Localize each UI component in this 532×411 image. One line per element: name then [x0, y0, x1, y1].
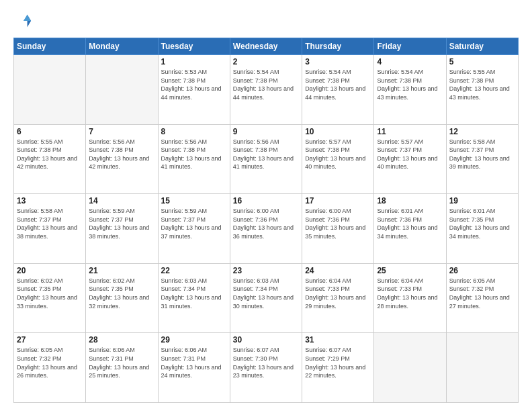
day-info: Sunrise: 6:05 AMSunset: 7:32 PMDaylight:…: [449, 277, 515, 310]
day-number: 21: [89, 266, 154, 275]
week-row-4: 20Sunrise: 6:02 AMSunset: 7:35 PMDayligh…: [14, 263, 519, 333]
page: SundayMondayTuesdayWednesdayThursdayFrid…: [0, 0, 532, 411]
calendar-cell: 5Sunrise: 5:55 AMSunset: 7:38 PMDaylight…: [446, 55, 518, 125]
day-info: Sunrise: 6:07 AMSunset: 7:29 PMDaylight:…: [305, 346, 371, 379]
day-info: Sunrise: 5:54 AMSunset: 7:38 PMDaylight:…: [233, 68, 299, 101]
logo: [13, 12, 35, 31]
calendar-cell: 30Sunrise: 6:07 AMSunset: 7:30 PMDayligh…: [230, 333, 302, 403]
weekday-header-friday: Friday: [374, 38, 446, 55]
day-info: Sunrise: 6:04 AMSunset: 7:33 PMDaylight:…: [377, 277, 443, 310]
day-info: Sunrise: 5:55 AMSunset: 7:38 PMDaylight:…: [17, 138, 83, 171]
calendar-cell: 24Sunrise: 6:04 AMSunset: 7:33 PMDayligh…: [302, 263, 374, 333]
calendar-cell: 8Sunrise: 5:56 AMSunset: 7:38 PMDaylight…: [158, 124, 230, 194]
day-info: Sunrise: 6:05 AMSunset: 7:32 PMDaylight:…: [17, 346, 83, 379]
calendar-cell: [446, 333, 518, 403]
calendar-cell: 7Sunrise: 5:56 AMSunset: 7:38 PMDaylight…: [86, 124, 158, 194]
day-number: 14: [89, 196, 154, 205]
day-number: 5: [449, 57, 515, 66]
day-info: Sunrise: 6:06 AMSunset: 7:31 PMDaylight:…: [89, 346, 154, 379]
calendar-cell: 25Sunrise: 6:04 AMSunset: 7:33 PMDayligh…: [374, 263, 446, 333]
day-info: Sunrise: 5:56 AMSunset: 7:38 PMDaylight:…: [161, 138, 227, 171]
day-info: Sunrise: 6:03 AMSunset: 7:34 PMDaylight:…: [233, 277, 299, 310]
day-number: 20: [17, 266, 83, 275]
day-info: Sunrise: 6:07 AMSunset: 7:30 PMDaylight:…: [233, 346, 299, 379]
calendar-cell: 17Sunrise: 6:00 AMSunset: 7:36 PMDayligh…: [302, 194, 374, 264]
day-number: 26: [449, 266, 515, 275]
day-number: 12: [449, 127, 515, 136]
day-number: 9: [233, 127, 299, 136]
day-info: Sunrise: 5:54 AMSunset: 7:38 PMDaylight:…: [305, 68, 371, 101]
calendar-cell: 4Sunrise: 5:54 AMSunset: 7:38 PMDaylight…: [374, 55, 446, 125]
calendar-cell: 11Sunrise: 5:57 AMSunset: 7:37 PMDayligh…: [374, 124, 446, 194]
day-number: 10: [305, 127, 371, 136]
day-info: Sunrise: 6:00 AMSunset: 7:36 PMDaylight:…: [233, 207, 299, 240]
weekday-header-row: SundayMondayTuesdayWednesdayThursdayFrid…: [14, 38, 519, 55]
week-row-1: 1Sunrise: 5:53 AMSunset: 7:38 PMDaylight…: [14, 55, 519, 125]
calendar-cell: 13Sunrise: 5:58 AMSunset: 7:37 PMDayligh…: [14, 194, 86, 264]
day-info: Sunrise: 5:55 AMSunset: 7:38 PMDaylight:…: [449, 68, 515, 101]
week-row-5: 27Sunrise: 6:05 AMSunset: 7:32 PMDayligh…: [14, 333, 519, 403]
day-info: Sunrise: 5:59 AMSunset: 7:37 PMDaylight:…: [89, 207, 154, 240]
calendar-cell: 16Sunrise: 6:00 AMSunset: 7:36 PMDayligh…: [230, 194, 302, 264]
day-number: 4: [377, 57, 443, 66]
calendar-cell: 15Sunrise: 5:59 AMSunset: 7:37 PMDayligh…: [158, 194, 230, 264]
day-info: Sunrise: 5:53 AMSunset: 7:38 PMDaylight:…: [161, 68, 227, 101]
calendar-cell: 12Sunrise: 5:58 AMSunset: 7:37 PMDayligh…: [446, 124, 518, 194]
calendar-cell: 31Sunrise: 6:07 AMSunset: 7:29 PMDayligh…: [302, 333, 374, 403]
day-number: 30: [233, 335, 299, 345]
day-number: 19: [449, 196, 515, 205]
calendar-cell: 21Sunrise: 6:02 AMSunset: 7:35 PMDayligh…: [86, 263, 158, 333]
calendar-cell: 3Sunrise: 5:54 AMSunset: 7:38 PMDaylight…: [302, 55, 374, 125]
day-info: Sunrise: 6:03 AMSunset: 7:34 PMDaylight:…: [161, 277, 227, 310]
calendar-cell: 27Sunrise: 6:05 AMSunset: 7:32 PMDayligh…: [14, 333, 86, 403]
calendar-cell: 9Sunrise: 5:56 AMSunset: 7:38 PMDaylight…: [230, 124, 302, 194]
day-info: Sunrise: 5:56 AMSunset: 7:38 PMDaylight:…: [89, 138, 154, 171]
day-number: 23: [233, 266, 299, 275]
day-number: 18: [377, 196, 443, 205]
day-number: 22: [161, 266, 227, 275]
day-info: Sunrise: 6:01 AMSunset: 7:35 PMDaylight:…: [449, 207, 515, 240]
weekday-header-monday: Monday: [86, 38, 158, 55]
weekday-header-tuesday: Tuesday: [158, 38, 230, 55]
day-number: 25: [377, 266, 443, 275]
weekday-header-saturday: Saturday: [446, 38, 518, 55]
calendar-cell: 18Sunrise: 6:01 AMSunset: 7:36 PMDayligh…: [374, 194, 446, 264]
day-info: Sunrise: 6:06 AMSunset: 7:31 PMDaylight:…: [161, 346, 227, 379]
calendar-cell: [374, 333, 446, 403]
svg-marker-1: [24, 15, 31, 21]
calendar-cell: 14Sunrise: 5:59 AMSunset: 7:37 PMDayligh…: [86, 194, 158, 264]
day-number: 3: [305, 57, 371, 66]
day-number: 7: [89, 127, 154, 136]
calendar-table: SundayMondayTuesdayWednesdayThursdayFrid…: [13, 38, 519, 403]
weekday-header-sunday: Sunday: [14, 38, 86, 55]
calendar-cell: 22Sunrise: 6:03 AMSunset: 7:34 PMDayligh…: [158, 263, 230, 333]
day-number: 15: [161, 196, 227, 205]
day-number: 1: [161, 57, 227, 66]
day-info: Sunrise: 5:58 AMSunset: 7:37 PMDaylight:…: [17, 207, 83, 240]
calendar-cell: 29Sunrise: 6:06 AMSunset: 7:31 PMDayligh…: [158, 333, 230, 403]
day-number: 27: [17, 335, 83, 345]
calendar-cell: 10Sunrise: 5:57 AMSunset: 7:38 PMDayligh…: [302, 124, 374, 194]
day-info: Sunrise: 6:04 AMSunset: 7:33 PMDaylight:…: [305, 277, 371, 310]
day-number: 8: [161, 127, 227, 136]
day-number: 17: [305, 196, 371, 205]
calendar-cell: 28Sunrise: 6:06 AMSunset: 7:31 PMDayligh…: [86, 333, 158, 403]
day-info: Sunrise: 5:59 AMSunset: 7:37 PMDaylight:…: [161, 207, 227, 240]
day-info: Sunrise: 5:54 AMSunset: 7:38 PMDaylight:…: [377, 68, 443, 101]
day-info: Sunrise: 6:02 AMSunset: 7:35 PMDaylight:…: [17, 277, 83, 310]
calendar-cell: 6Sunrise: 5:55 AMSunset: 7:38 PMDaylight…: [14, 124, 86, 194]
day-number: 11: [377, 127, 443, 136]
day-number: 2: [233, 57, 299, 66]
day-info: Sunrise: 5:57 AMSunset: 7:37 PMDaylight:…: [377, 138, 443, 171]
logo-icon: [13, 12, 32, 31]
calendar-cell: [86, 55, 158, 125]
calendar-cell: 1Sunrise: 5:53 AMSunset: 7:38 PMDaylight…: [158, 55, 230, 125]
day-info: Sunrise: 6:00 AMSunset: 7:36 PMDaylight:…: [305, 207, 371, 240]
weekday-header-wednesday: Wednesday: [230, 38, 302, 55]
day-info: Sunrise: 5:56 AMSunset: 7:38 PMDaylight:…: [233, 138, 299, 171]
day-number: 6: [17, 127, 83, 136]
header: [13, 12, 519, 31]
calendar-cell: 23Sunrise: 6:03 AMSunset: 7:34 PMDayligh…: [230, 263, 302, 333]
calendar-cell: 26Sunrise: 6:05 AMSunset: 7:32 PMDayligh…: [446, 263, 518, 333]
day-number: 28: [89, 335, 154, 345]
